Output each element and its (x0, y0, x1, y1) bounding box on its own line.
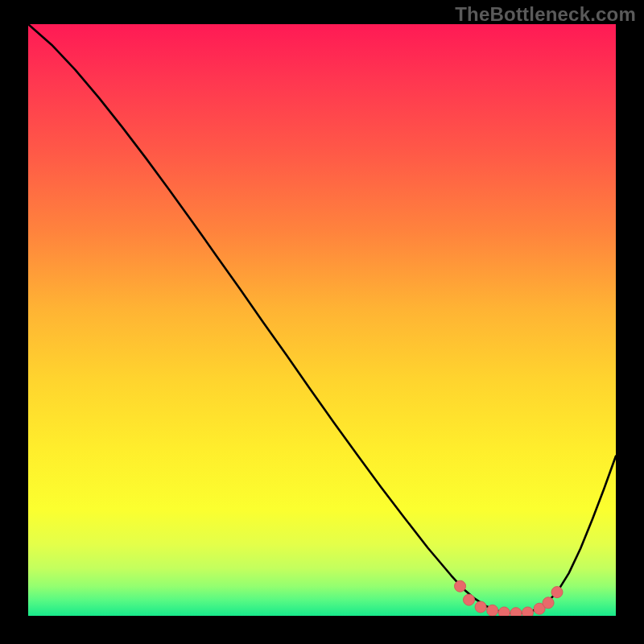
optimal-marker (455, 580, 466, 592)
watermark-text: TheBottleneck.com (455, 3, 636, 26)
optimal-marker (464, 594, 475, 605)
optimal-marker (475, 601, 486, 613)
optimal-marker (522, 607, 534, 616)
optimal-marker (487, 605, 498, 616)
bottleneck-chart (28, 24, 616, 616)
plot-area (28, 24, 616, 616)
gradient-background (28, 24, 616, 616)
optimal-marker (498, 607, 510, 616)
optimal-marker (510, 608, 522, 616)
optimal-marker (543, 597, 554, 609)
optimal-marker (551, 587, 563, 598)
chart-frame: TheBottleneck.com (0, 0, 644, 644)
